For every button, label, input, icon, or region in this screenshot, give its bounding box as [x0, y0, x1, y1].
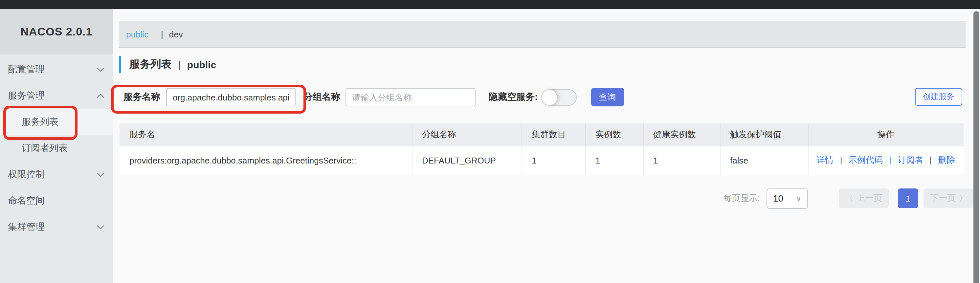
per-page-value: 10	[773, 193, 783, 204]
column-header-protect-threshold: 触发保护阈值	[720, 124, 808, 146]
sidebar-item-label: 配置管理	[8, 64, 45, 76]
cell-group-name: DEFAULT_GROUP	[412, 146, 522, 175]
service-name-label: 服务名称	[124, 91, 160, 103]
sidebar-item-service-management[interactable]: 服务管理	[0, 83, 113, 109]
angle-right-icon: 〉	[959, 193, 967, 204]
next-page-label: 下一页	[930, 192, 956, 204]
search-button[interactable]: 查询	[591, 88, 624, 107]
column-header-operations: 操作	[808, 124, 964, 146]
sidebar-item-permission-control[interactable]: 权限控制	[0, 162, 113, 188]
detail-link[interactable]: 详情	[817, 155, 834, 165]
app-brand: NACOS 2.0.1	[0, 9, 113, 54]
group-name-label: 分组名称	[304, 91, 340, 103]
sidebar-item-label: 命名空间	[8, 195, 45, 207]
sidebar-item-label: 服务管理	[8, 90, 45, 102]
prev-page-button[interactable]: 〈 上一页	[839, 188, 889, 208]
sidebar: NACOS 2.0.1 配置管理 服务管理 服务列表 订阅者列表 权	[0, 9, 113, 283]
sidebar-item-cluster-management[interactable]: 集群管理	[0, 214, 113, 240]
page-title-text: 服务列表	[129, 57, 172, 71]
sidebar-item-namespace[interactable]: 命名空间	[0, 188, 113, 214]
column-header-cluster-count: 集群数目	[522, 124, 585, 146]
cell-instance-count: 1	[585, 146, 643, 175]
group-name-input[interactable]	[345, 88, 476, 107]
create-service-button[interactable]: 创建服务	[915, 88, 962, 106]
namespace-tab-dev[interactable]: dev	[169, 29, 183, 39]
action-separator: |	[840, 155, 842, 165]
table-row: providers:org.apache.dubbo.samples.api.G…	[119, 146, 964, 175]
filter-toolbar: 服务名称 分组名称 隐藏空服务: 查询 创建服务	[119, 88, 980, 107]
sidebar-item-label: 集群管理	[8, 221, 45, 233]
cell-service-name: providers:org.apache.dubbo.samples.api.G…	[119, 146, 412, 175]
chevron-down-icon	[97, 67, 105, 72]
column-header-service-name: 服务名	[119, 124, 412, 146]
per-page-select[interactable]: 10 ∨	[767, 188, 808, 208]
top-navigation-bar	[0, 0, 980, 9]
cell-healthy-instance-count: 1	[643, 146, 720, 175]
hide-empty-services-toggle[interactable]	[541, 89, 576, 105]
page-title: 服务列表 | public	[119, 56, 980, 73]
page-title-namespace: public	[187, 59, 216, 70]
app-root: NACOS 2.0.1 配置管理 服务管理 服务列表 订阅者列表 权	[0, 0, 980, 283]
service-name-input[interactable]	[166, 88, 296, 107]
vertical-scrollbar[interactable]	[974, 11, 979, 283]
delete-link[interactable]: 删除	[938, 155, 955, 165]
sample-code-link[interactable]: 示例代码	[849, 155, 883, 165]
action-separator: |	[929, 155, 932, 165]
sidebar-item-label: 服务列表	[22, 116, 59, 128]
main-content: public | dev 服务列表 | public 服务名称 分组名称 隐藏空…	[113, 9, 980, 283]
prev-page-label: 上一页	[856, 192, 882, 204]
column-header-instance-count: 实例数	[585, 124, 643, 146]
table-header-row: 服务名 分组名称 集群数目 实例数 健康实例数 触发保护阈值 操作	[119, 124, 964, 146]
namespace-separator: |	[161, 29, 163, 39]
sidebar-menu: 配置管理 服务管理 服务列表 订阅者列表 权限控制	[0, 54, 113, 240]
sidebar-item-label: 订阅者列表	[22, 143, 68, 154]
service-table: 服务名 分组名称 集群数目 实例数 健康实例数 触发保护阈值 操作 provid…	[119, 124, 964, 175]
chevron-down-icon	[97, 224, 105, 230]
column-header-healthy-instance-count: 健康实例数	[643, 124, 720, 146]
chevron-down-icon: ∨	[796, 194, 801, 203]
angle-left-icon: 〈	[845, 193, 853, 204]
namespace-bar: public | dev	[119, 21, 966, 48]
cell-operations: 详情 | 示例代码 | 订阅者 | 删除	[808, 146, 964, 175]
namespace-tab-public[interactable]: public	[126, 29, 148, 39]
next-page-button[interactable]: 下一页 〉	[924, 188, 974, 208]
sidebar-item-config-management[interactable]: 配置管理	[0, 56, 113, 83]
chevron-up-icon	[97, 93, 105, 99]
chevron-down-icon	[97, 172, 105, 177]
page-number-button[interactable]: 1	[898, 188, 918, 208]
hide-empty-services-label: 隐藏空服务:	[489, 91, 538, 103]
page-title-separator: |	[178, 59, 181, 70]
pagination-bar: 每页显示: 10 ∨ 〈 上一页 1 下一页 〉	[113, 188, 974, 208]
cell-protect-threshold: false	[720, 146, 808, 175]
sidebar-item-service-list[interactable]: 服务列表	[0, 109, 113, 135]
action-separator: |	[889, 155, 891, 165]
per-page-label: 每页显示:	[724, 192, 760, 204]
toggle-knob	[541, 89, 557, 105]
title-accent-bar	[119, 56, 121, 73]
sidebar-item-subscriber-list[interactable]: 订阅者列表	[0, 135, 113, 162]
sidebar-item-label: 权限控制	[8, 169, 45, 181]
cell-cluster-count: 1	[522, 146, 585, 175]
column-header-group-name: 分组名称	[412, 124, 522, 146]
subscribers-link[interactable]: 订阅者	[897, 155, 923, 165]
